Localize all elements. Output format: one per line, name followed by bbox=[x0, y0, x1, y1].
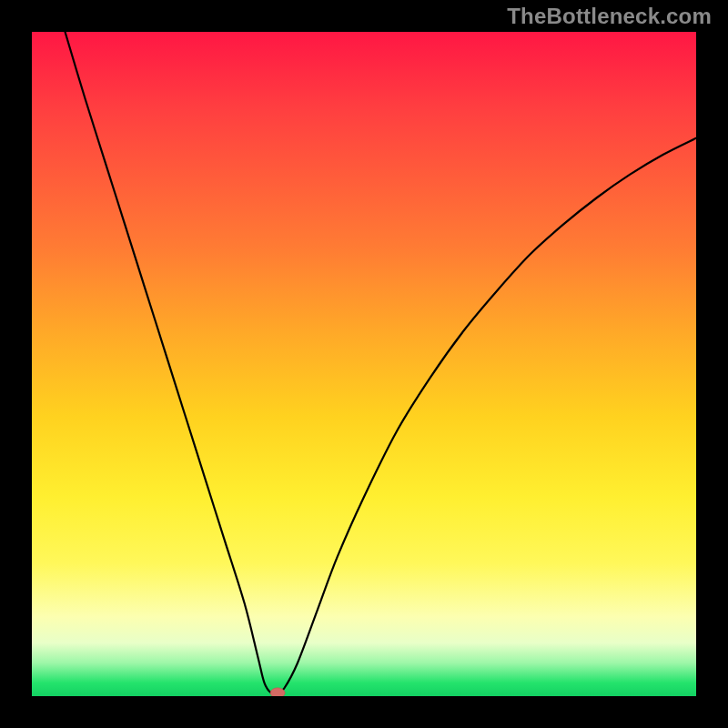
bottleneck-curve bbox=[66, 32, 697, 693]
watermark-text: TheBottleneck.com bbox=[507, 4, 712, 29]
curve-layer bbox=[32, 32, 696, 696]
minimum-marker bbox=[270, 688, 285, 696]
plot-area bbox=[32, 32, 696, 696]
chart-container: TheBottleneck.com bbox=[0, 0, 728, 728]
